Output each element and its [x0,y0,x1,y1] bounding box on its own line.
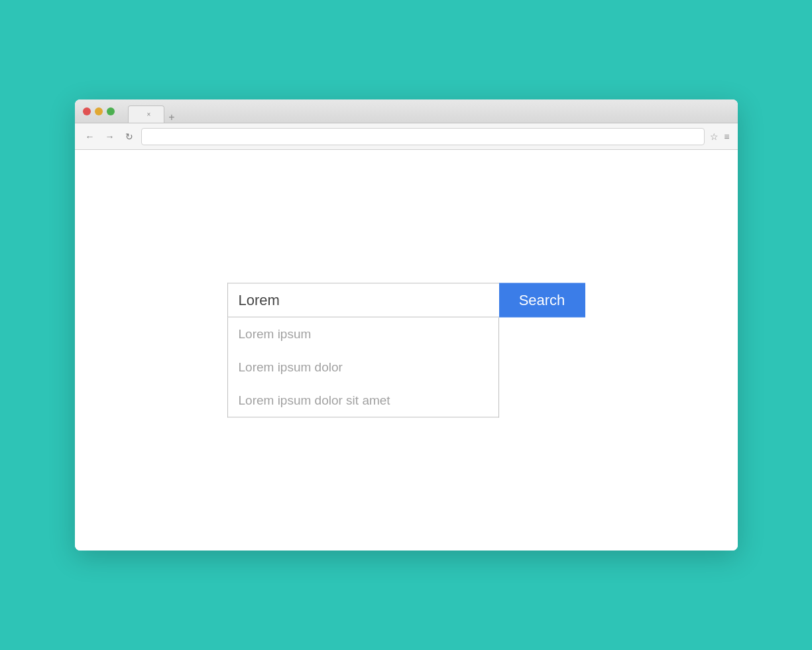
autocomplete-dropdown: Lorem ipsum Lorem ipsum dolor Lorem ipsu… [227,318,499,418]
tab-close-icon[interactable]: × [147,111,151,118]
minimize-button[interactable] [95,107,103,115]
back-button[interactable]: ← [83,129,97,145]
autocomplete-item[interactable]: Lorem ipsum dolor [228,351,498,384]
nav-bar: ← → ↻ ☆ ≡ [75,123,738,150]
browser-tab[interactable]: × [128,105,165,123]
browser-content: Search Lorem ipsum Lorem ipsum dolor Lor… [75,150,738,551]
menu-icon[interactable]: ≡ [724,131,729,142]
search-widget: Search Lorem ipsum Lorem ipsum dolor Lor… [227,283,585,418]
forward-button[interactable]: → [103,129,117,145]
bookmark-icon[interactable]: ☆ [710,131,719,142]
autocomplete-item[interactable]: Lorem ipsum dolor sit amet [228,384,498,417]
search-input-row: Search [227,283,585,318]
search-input[interactable] [227,283,499,318]
tab-bar: × + [128,99,730,123]
traffic-lights [83,107,115,115]
close-button[interactable] [83,107,91,115]
title-bar: × + [75,99,738,123]
search-button[interactable]: Search [499,283,585,318]
nav-icons: ☆ ≡ [710,131,729,142]
autocomplete-item[interactable]: Lorem ipsum [228,318,498,351]
maximize-button[interactable] [107,107,115,115]
browser-window: × + ← → ↻ ☆ ≡ Search Lorem ipsum Lorem i… [75,99,738,551]
address-bar[interactable] [141,128,705,145]
reload-button[interactable]: ↻ [123,129,136,145]
new-tab-button[interactable]: + [164,112,178,123]
